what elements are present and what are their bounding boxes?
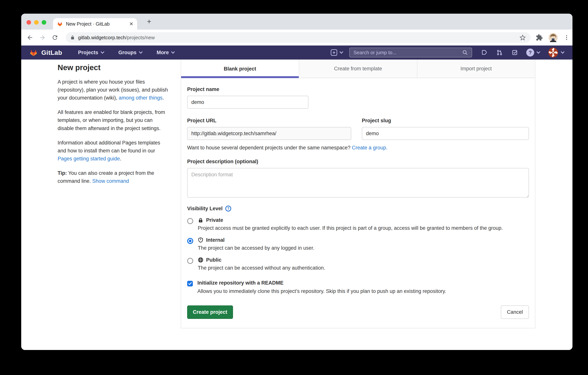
project-type-tabs: Blank project Create from template Impor… bbox=[181, 60, 535, 78]
visibility-option-internal: Internal The project can be accessed by … bbox=[187, 237, 529, 252]
page-title: New project bbox=[58, 63, 168, 72]
browser-profile-avatar[interactable] bbox=[549, 33, 558, 42]
close-window-button[interactable] bbox=[27, 20, 31, 25]
issues-icon[interactable] bbox=[481, 49, 488, 56]
new-project-panel: Blank project Create from template Impor… bbox=[181, 60, 535, 328]
public-radio[interactable] bbox=[187, 258, 193, 264]
chevron-down-icon[interactable] bbox=[561, 51, 565, 55]
tab-title: New Project · GitLab bbox=[66, 21, 129, 27]
page-content: New project A project is where you house… bbox=[21, 60, 572, 350]
readme-label: Initialize repository with a README bbox=[197, 280, 446, 286]
forward-icon[interactable] bbox=[39, 34, 46, 41]
sidebar-paragraph: A project is where you house your files … bbox=[58, 78, 168, 102]
gitlab-wordmark[interactable]: GitLab bbox=[41, 49, 62, 56]
help-sidebar: New project A project is where you house… bbox=[58, 63, 168, 191]
reload-icon[interactable] bbox=[52, 34, 58, 41]
gitlab-navbar: GitLab Projects Groups More + bbox=[21, 45, 572, 60]
project-name-input[interactable] bbox=[187, 96, 308, 109]
url-path: /projects/new bbox=[126, 35, 155, 41]
extensions-puzzle-icon[interactable] bbox=[536, 34, 543, 41]
project-description-textarea[interactable] bbox=[187, 168, 529, 198]
url-host: gitlab.widgetcorp.tech bbox=[78, 35, 126, 41]
cancel-button[interactable]: Cancel bbox=[501, 305, 529, 319]
shield-icon bbox=[198, 237, 203, 243]
browser-toolbar: gitlab.widgetcorp.tech/projects/new bbox=[21, 30, 572, 45]
pages-guide-link[interactable]: Pages getting started guide bbox=[58, 156, 120, 162]
browser-tab[interactable]: New Project · GitLab ✕ bbox=[53, 18, 137, 30]
sidebar-paragraph: Information about additional Pages templ… bbox=[58, 139, 168, 163]
tab-blank-project[interactable]: Blank project bbox=[181, 60, 299, 78]
sidebar-paragraph: All features are enabled for blank proje… bbox=[58, 108, 168, 132]
create-group-link[interactable]: Create a group. bbox=[352, 145, 388, 151]
internal-radio[interactable] bbox=[187, 238, 193, 244]
among-other-things-link[interactable]: among other things bbox=[119, 95, 163, 101]
nav-menu-projects[interactable]: Projects bbox=[78, 50, 104, 55]
todos-icon[interactable] bbox=[512, 49, 518, 56]
chevron-down-icon bbox=[171, 51, 175, 55]
show-command-link[interactable]: Show command bbox=[92, 178, 129, 184]
back-icon[interactable] bbox=[27, 34, 33, 41]
browser-menu-dots-icon[interactable] bbox=[563, 34, 570, 41]
visibility-level-label: Visibility Level bbox=[187, 206, 223, 211]
tab-create-from-template[interactable]: Create from template bbox=[299, 60, 417, 78]
globe-icon bbox=[198, 257, 203, 263]
gitlab-favicon-icon bbox=[57, 21, 63, 27]
search-icon bbox=[462, 50, 468, 55]
project-slug-label: Project slug bbox=[362, 118, 529, 124]
chevron-down-icon[interactable] bbox=[536, 51, 540, 55]
lock-icon bbox=[198, 218, 203, 223]
chevron-down-icon bbox=[101, 51, 104, 55]
gitlab-tanuki-logo[interactable] bbox=[29, 48, 38, 57]
https-lock-icon[interactable] bbox=[70, 35, 75, 40]
user-avatar[interactable] bbox=[548, 48, 558, 57]
sidebar-tip: Tip: You can also create a project from … bbox=[58, 169, 168, 185]
project-url-input[interactable] bbox=[187, 127, 351, 140]
zoom-window-button[interactable] bbox=[42, 20, 46, 25]
visibility-help-icon[interactable]: ? bbox=[225, 206, 231, 211]
svg-text:?: ? bbox=[227, 207, 229, 210]
project-slug-input[interactable] bbox=[362, 127, 529, 140]
readme-checkbox[interactable] bbox=[187, 281, 193, 287]
project-name-label: Project name bbox=[187, 87, 529, 92]
readme-desc: Allows you to immediately clone this pro… bbox=[197, 287, 446, 295]
nav-menu-more[interactable]: More bbox=[157, 50, 175, 55]
address-bar[interactable]: gitlab.widgetcorp.tech/projects/new bbox=[65, 32, 530, 43]
bookmark-star-icon[interactable] bbox=[519, 34, 526, 41]
tab-close-icon[interactable]: ✕ bbox=[129, 22, 133, 26]
namespace-hint: Want to house several dependent projects… bbox=[187, 145, 529, 151]
visibility-option-public: Public The project can be accessed witho… bbox=[187, 257, 529, 272]
check-icon bbox=[188, 282, 192, 286]
new-tab-button[interactable]: + bbox=[145, 17, 153, 26]
private-radio[interactable] bbox=[187, 218, 193, 224]
search-input[interactable] bbox=[354, 50, 462, 55]
help-icon[interactable]: ? bbox=[526, 49, 534, 56]
readme-option: Initialize repository with a README Allo… bbox=[187, 280, 529, 295]
browser-window: New Project · GitLab ✕ + gitlab.widgetco… bbox=[21, 14, 572, 350]
merge-requests-icon[interactable] bbox=[496, 49, 503, 56]
project-description-label: Project description (optional) bbox=[187, 159, 529, 165]
create-project-button[interactable]: Create project bbox=[187, 305, 233, 319]
project-url-label: Project URL bbox=[187, 118, 351, 124]
tab-import-project[interactable]: Import project bbox=[417, 60, 535, 78]
chevron-down-icon[interactable] bbox=[339, 51, 343, 55]
browser-tab-strip: New Project · GitLab ✕ + bbox=[21, 14, 572, 30]
chevron-down-icon bbox=[139, 51, 143, 55]
minimize-window-button[interactable] bbox=[34, 20, 39, 25]
new-menu-plus-icon[interactable]: + bbox=[331, 49, 337, 56]
nav-menu-groups[interactable]: Groups bbox=[118, 50, 143, 55]
visibility-option-private: Private Project access must be granted e… bbox=[187, 217, 529, 232]
macos-traffic-lights bbox=[27, 20, 46, 25]
global-search[interactable] bbox=[349, 48, 472, 57]
